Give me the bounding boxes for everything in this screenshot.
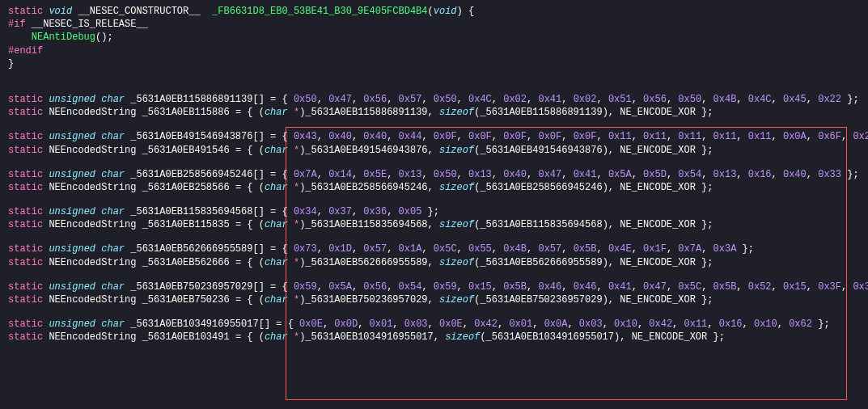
code-line: NEAntiDebug(); — [8, 31, 860, 44]
code-line: static unsigned char _5631A0EB4915469438… — [8, 130, 860, 143]
code-line: static NEEncodedString _5631A0EB491546 =… — [8, 144, 860, 157]
code-line: } — [8, 57, 860, 70]
code-line: static NEEncodedString _5631A0EB750236 =… — [8, 293, 860, 306]
code-line: static void __NESEC_CONSTRUCTOR__ _FB663… — [8, 5, 860, 18]
code-line: static NEEncodedString _5631A0EB562666 =… — [8, 256, 860, 269]
code-line: static unsigned char _5631A0EB5626669555… — [8, 242, 860, 255]
code-line: static NEEncodedString _5631A0EB103491 =… — [8, 331, 860, 344]
code-editor: static void __NESEC_CONSTRUCTOR__ _FB663… — [0, 0, 868, 349]
code-line: static unsigned char _5631A0EB7502369570… — [8, 280, 860, 293]
code-line: #endif — [8, 44, 860, 57]
code-line: static NEEncodedString _5631A0EB115886 =… — [8, 106, 860, 119]
code-line: static unsigned char _5631A0EB2585669452… — [8, 168, 860, 181]
code-line: static NEEncodedString _5631A0EB258566 =… — [8, 181, 860, 194]
code-line: static unsigned char _5631A0EB1158356945… — [8, 205, 860, 218]
code-line: #if __NESEC_IS_RELEASE__ — [8, 18, 860, 31]
code-line: static unsigned char _5631A0EB1034916955… — [8, 318, 860, 331]
code-line: static NEEncodedString _5631A0EB115835 =… — [8, 218, 860, 231]
code-line: static unsigned char _5631A0EB1158868911… — [8, 93, 860, 106]
